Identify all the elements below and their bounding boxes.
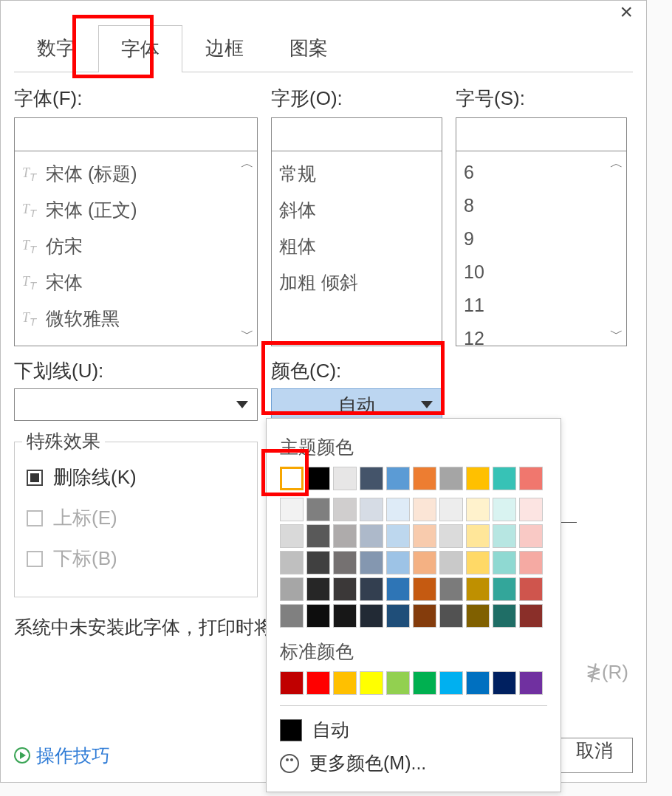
color-swatch[interactable]	[386, 671, 410, 695]
color-swatch[interactable]	[439, 524, 463, 548]
color-swatch[interactable]	[439, 551, 463, 574]
color-swatch[interactable]	[519, 671, 543, 695]
color-swatch[interactable]	[519, 524, 543, 548]
color-swatch[interactable]	[386, 524, 410, 548]
color-swatch[interactable]	[280, 577, 304, 601]
color-swatch[interactable]	[493, 524, 516, 548]
color-swatch[interactable]	[360, 467, 383, 490]
font-family-list[interactable]: ︿ ﹀ TT宋体 (标题) TT宋体 (正文) TT仿宋 TT宋体 TT微软雅黑…	[14, 151, 258, 346]
color-swatch[interactable]	[413, 604, 436, 628]
chevron-up-icon[interactable]: ︿	[610, 154, 623, 172]
color-swatch[interactable]	[493, 577, 516, 601]
color-swatch[interactable]	[493, 498, 516, 521]
color-swatch[interactable]	[386, 467, 410, 490]
color-swatch[interactable]	[306, 577, 330, 601]
color-swatch[interactable]	[280, 524, 304, 548]
color-swatch[interactable]	[519, 551, 543, 574]
font-size-input[interactable]	[456, 117, 627, 151]
color-swatch[interactable]	[413, 467, 436, 490]
color-swatch[interactable]	[466, 524, 490, 548]
tab-pattern[interactable]: 图案	[267, 24, 351, 72]
list-item: TT仿宋	[22, 228, 250, 264]
special-effects-group: 特殊效果 删除线(K) 上标(E) 下标(B)	[14, 442, 258, 597]
label-font-family: 字体(F):	[14, 86, 258, 111]
font-tt-icon: TT	[22, 165, 38, 183]
color-swatch[interactable]	[280, 671, 304, 695]
color-swatch[interactable]	[493, 467, 516, 490]
color-swatch[interactable]	[306, 524, 330, 548]
chevron-up-icon[interactable]: ︿	[241, 154, 254, 172]
color-swatch[interactable]	[493, 551, 516, 574]
list-item: 9	[464, 222, 619, 255]
font-style-list[interactable]: 常规 斜体 粗体 加粗 倾斜	[271, 151, 442, 346]
color-swatch[interactable]	[386, 604, 410, 628]
underline-combo[interactable]	[14, 388, 258, 421]
color-swatch[interactable]	[493, 604, 516, 628]
cancel-button[interactable]: 取消	[556, 738, 633, 773]
color-swatch[interactable]	[333, 671, 357, 695]
color-swatch[interactable]	[386, 577, 410, 601]
reset-button-partial[interactable]: ≹(R)	[586, 661, 628, 684]
color-swatch[interactable]	[519, 467, 543, 490]
color-combo[interactable]: 自动	[271, 388, 442, 421]
color-swatch[interactable]	[280, 551, 304, 574]
color-swatch[interactable]	[439, 577, 463, 601]
color-swatch[interactable]	[280, 467, 304, 490]
color-swatch[interactable]	[333, 604, 357, 628]
color-swatch[interactable]	[280, 498, 304, 521]
chevron-down-icon[interactable]: ﹀	[241, 325, 254, 343]
font-size-list[interactable]: ︿ ﹀ 6 8 9 10 11 12	[456, 151, 627, 346]
color-swatch[interactable]	[306, 551, 330, 574]
color-swatch[interactable]	[466, 671, 490, 695]
color-swatch[interactable]	[466, 467, 490, 490]
color-swatch[interactable]	[360, 604, 383, 628]
font-style-input[interactable]	[271, 117, 442, 151]
color-swatch[interactable]	[306, 671, 330, 695]
color-swatch[interactable]	[306, 604, 330, 628]
color-swatch[interactable]	[439, 498, 463, 521]
more-colors-option[interactable]: 更多颜色(M)...	[280, 747, 547, 780]
font-family-input[interactable]	[14, 117, 258, 151]
list-item: 加粗 倾斜	[279, 264, 434, 301]
color-swatch[interactable]	[280, 604, 304, 628]
auto-color-option[interactable]: 自动	[280, 713, 547, 747]
tab-border[interactable]: 边框	[182, 24, 267, 72]
strike-checkbox[interactable]: 删除线(K)	[27, 457, 245, 498]
color-swatch[interactable]	[333, 577, 357, 601]
color-swatch[interactable]	[333, 551, 357, 574]
color-swatch[interactable]	[466, 498, 490, 521]
color-swatch[interactable]	[466, 551, 490, 574]
color-swatch[interactable]	[360, 551, 383, 574]
color-swatch[interactable]	[519, 604, 543, 628]
color-swatch[interactable]	[386, 498, 410, 521]
color-swatch[interactable]	[466, 577, 490, 601]
color-swatch[interactable]	[519, 577, 543, 601]
color-swatch[interactable]	[439, 604, 463, 628]
tab-number[interactable]: 数字	[14, 24, 98, 72]
color-swatch[interactable]	[306, 498, 330, 521]
color-swatch[interactable]	[493, 671, 516, 695]
color-swatch[interactable]	[519, 498, 543, 521]
color-swatch[interactable]	[466, 604, 490, 628]
theme-colors-label: 主题颜色	[280, 435, 547, 459]
color-swatch[interactable]	[360, 577, 383, 601]
tab-font[interactable]: 字体	[98, 25, 182, 72]
chevron-down-icon[interactable]: ﹀	[610, 325, 623, 343]
color-swatch[interactable]	[360, 498, 383, 521]
color-swatch[interactable]	[333, 467, 357, 490]
color-swatch[interactable]	[413, 551, 436, 574]
color-swatch[interactable]	[386, 551, 410, 574]
tips-link[interactable]: 操作技巧	[14, 744, 110, 768]
color-swatch[interactable]	[360, 671, 383, 695]
color-swatch[interactable]	[360, 524, 383, 548]
color-swatch[interactable]	[413, 577, 436, 601]
close-icon[interactable]: ×	[620, 0, 633, 24]
color-swatch[interactable]	[439, 671, 463, 695]
color-swatch[interactable]	[413, 498, 436, 521]
color-swatch[interactable]	[413, 671, 436, 695]
color-swatch[interactable]	[333, 524, 357, 548]
color-swatch[interactable]	[333, 498, 357, 521]
color-swatch[interactable]	[413, 524, 436, 548]
color-swatch[interactable]	[439, 467, 463, 490]
color-swatch[interactable]	[306, 467, 330, 490]
